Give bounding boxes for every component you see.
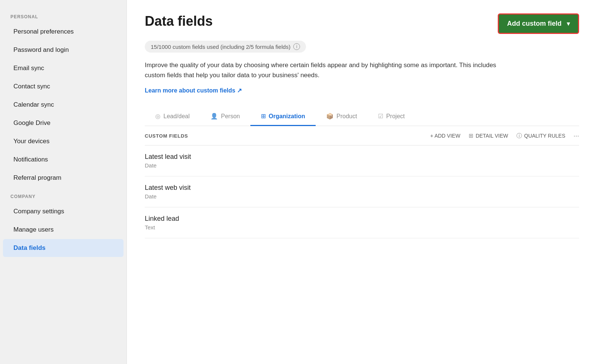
custom-fields-column-header: CUSTOM FIELDS: [145, 133, 188, 139]
usage-badge: 15/1000 custom fields used (including 2/…: [145, 41, 306, 53]
table-row: Latest web visit Date: [145, 176, 579, 207]
lead-deal-icon: ◎: [155, 113, 160, 120]
sidebar-item-referral-program[interactable]: Referral program: [3, 169, 124, 187]
sidebar-item-notifications[interactable]: Notifications: [3, 151, 124, 169]
sidebar-item-email-sync[interactable]: Email sync: [3, 59, 124, 77]
field-name: Latest web visit: [145, 184, 579, 192]
tabs-bar: ◎ Lead/deal 👤 Person ⊞ Organization 📦 Pr…: [145, 107, 579, 126]
add-view-label: + ADD VIEW: [430, 133, 460, 139]
table-row: Linked lead Text: [145, 207, 579, 238]
sidebar-item-manage-users[interactable]: Manage users: [3, 221, 124, 239]
tab-project-label: Project: [386, 113, 405, 120]
sidebar-item-contact-sync[interactable]: Contact sync: [3, 78, 124, 95]
field-type: Date: [145, 162, 579, 169]
sidebar-personal-label: PERSONAL: [0, 7, 126, 22]
field-name: Linked lead: [145, 215, 579, 223]
info-icon[interactable]: i: [293, 43, 300, 50]
tab-product[interactable]: 📦 Product: [316, 107, 368, 126]
organization-icon: ⊞: [261, 113, 266, 120]
learn-more-link[interactable]: Learn more about custom fields ↗: [145, 87, 242, 94]
sidebar-item-company-settings[interactable]: Company settings: [3, 203, 124, 220]
table-row: Latest lead visit Date: [145, 145, 579, 176]
quality-rules-action[interactable]: ⓘ QUALITY RULES: [516, 132, 565, 139]
chevron-down-icon: ▾: [567, 20, 570, 27]
sidebar-item-personal-preferences[interactable]: Personal preferences: [3, 23, 124, 41]
tab-organization-label: Organization: [269, 113, 305, 120]
add-view-action[interactable]: + ADD VIEW: [430, 133, 460, 139]
tab-lead-deal[interactable]: ◎ Lead/deal: [145, 107, 200, 126]
tab-person[interactable]: 👤 Person: [200, 107, 250, 126]
add-custom-field-label: Add custom field: [507, 20, 562, 28]
sidebar-item-calendar-sync[interactable]: Calendar sync: [3, 96, 124, 114]
tab-person-label: Person: [221, 113, 240, 120]
add-custom-field-button[interactable]: Add custom field ▾: [498, 13, 579, 34]
main-header: Data fields Add custom field ▾: [145, 13, 579, 34]
field-type: Text: [145, 224, 579, 230]
tab-lead-deal-label: Lead/deal: [163, 113, 190, 120]
sidebar-item-your-devices[interactable]: Your devices: [3, 132, 124, 150]
sidebar-item-google-drive[interactable]: Google Drive: [3, 114, 124, 132]
field-type: Date: [145, 193, 579, 200]
main-content: Data fields Add custom field ▾ 15/1000 c…: [127, 0, 597, 364]
person-icon: 👤: [210, 113, 218, 120]
product-icon: 📦: [326, 113, 334, 120]
tab-product-label: Product: [337, 113, 357, 120]
field-name: Latest lead visit: [145, 153, 579, 161]
quality-rules-label: QUALITY RULES: [524, 133, 565, 139]
detail-view-icon: ⊞: [469, 132, 473, 139]
usage-text: 15/1000 custom fields used (including 2/…: [151, 44, 290, 50]
detail-view-label: DETAIL VIEW: [476, 133, 508, 139]
detail-view-action[interactable]: ⊞ DETAIL VIEW: [469, 132, 508, 139]
tab-project[interactable]: ☑ Project: [368, 107, 415, 126]
table-header: CUSTOM FIELDS + ADD VIEW ⊞ DETAIL VIEW ⓘ…: [145, 126, 579, 145]
sidebar-company-label: COMPANY: [0, 187, 126, 202]
sidebar-item-password-and-login[interactable]: Password and login: [3, 41, 124, 59]
quality-rules-icon: ⓘ: [516, 132, 522, 139]
sidebar: PERSONAL Personal preferences Password a…: [0, 0, 127, 364]
more-options-icon[interactable]: ···: [573, 132, 579, 140]
table-actions: + ADD VIEW ⊞ DETAIL VIEW ⓘ QUALITY RULES…: [430, 132, 579, 140]
tab-organization[interactable]: ⊞ Organization: [250, 107, 316, 126]
sidebar-item-data-fields[interactable]: Data fields: [3, 239, 124, 257]
page-title: Data fields: [145, 13, 213, 29]
project-icon: ☑: [378, 113, 383, 120]
description-text: Improve the quality of your data by choo…: [145, 60, 510, 80]
